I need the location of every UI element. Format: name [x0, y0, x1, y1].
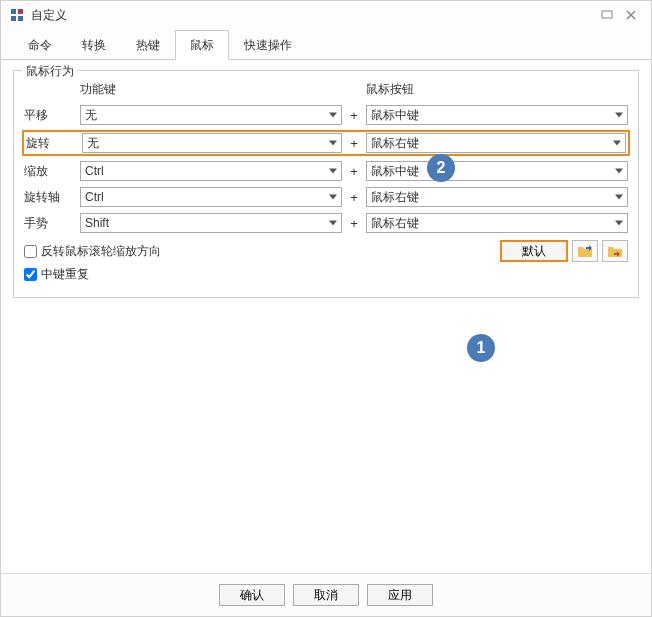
- save-button[interactable]: [602, 240, 628, 262]
- combo-gesture-funckey[interactable]: Shift: [80, 213, 342, 233]
- annotation-badge-2: 2: [427, 154, 455, 182]
- chevron-down-icon: [615, 113, 623, 118]
- dialog-buttons: 确认 取消 应用: [1, 573, 651, 616]
- column-headers: 功能键 鼠标按钮: [24, 79, 628, 100]
- open-button[interactable]: [572, 240, 598, 262]
- combo-zoom-mousebtn[interactable]: 鼠标中键: [366, 161, 628, 181]
- label-pan: 平移: [24, 107, 80, 124]
- row-rotateaxis: 旋转轴 Ctrl + 鼠标右键: [24, 186, 628, 208]
- tab-quickop[interactable]: 快速操作: [229, 30, 307, 60]
- plus-sign: +: [342, 190, 366, 205]
- customize-dialog: 自定义 命令 转换 热键 鼠标 快速操作 鼠标行为 功能键 鼠标按钮 平移 无: [0, 0, 652, 617]
- combo-pan-funckey[interactable]: 无: [80, 105, 342, 125]
- combo-pan-mousebtn[interactable]: 鼠标中键: [366, 105, 628, 125]
- folder-open-icon: [577, 244, 593, 258]
- tab-mouse[interactable]: 鼠标: [175, 30, 229, 60]
- chevron-down-icon: [329, 113, 337, 118]
- combo-zoom-funckey[interactable]: Ctrl: [80, 161, 342, 181]
- plus-sign: +: [342, 108, 366, 123]
- label-gesture: 手势: [24, 215, 80, 232]
- checkbox-middle-repeat[interactable]: 中键重复: [24, 266, 89, 283]
- titlebar: 自定义: [1, 1, 651, 29]
- plus-sign: +: [342, 164, 366, 179]
- chevron-down-icon: [615, 221, 623, 226]
- tab-transform[interactable]: 转换: [67, 30, 121, 60]
- combo-rotateaxis-mousebtn[interactable]: 鼠标右键: [366, 187, 628, 207]
- plus-sign: +: [342, 136, 366, 151]
- chevron-down-icon: [329, 221, 337, 226]
- row-gesture: 手势 Shift + 鼠标右键: [24, 212, 628, 234]
- label-rotate: 旋转: [26, 135, 82, 152]
- reverse-wheel-input[interactable]: [24, 245, 37, 258]
- middle-repeat-input[interactable]: [24, 268, 37, 281]
- header-mousebtn: 鼠标按钮: [366, 79, 628, 100]
- minimize-icon[interactable]: [595, 6, 619, 24]
- chevron-down-icon: [615, 195, 623, 200]
- row-zoom: 缩放 Ctrl + 鼠标中键: [24, 160, 628, 182]
- row-pan: 平移 无 + 鼠标中键: [24, 104, 628, 126]
- chevron-down-icon: [329, 169, 337, 174]
- options-row-1: 反转鼠标滚轮缩放方向 默认: [24, 240, 628, 262]
- app-icon: [9, 7, 25, 23]
- label-zoom: 缩放: [24, 163, 80, 180]
- checkbox-reverse-wheel[interactable]: 反转鼠标滚轮缩放方向: [24, 243, 161, 260]
- tab-bar: 命令 转换 热键 鼠标 快速操作: [1, 29, 651, 60]
- ok-button[interactable]: 确认: [219, 584, 285, 606]
- content-area: 鼠标行为 功能键 鼠标按钮 平移 无 + 鼠标中键 旋转 无 + 鼠标右键 缩放: [1, 60, 651, 573]
- fieldset-legend: 鼠标行为: [22, 63, 78, 80]
- default-button[interactable]: 默认: [500, 240, 568, 262]
- chevron-down-icon: [615, 169, 623, 174]
- tab-command[interactable]: 命令: [13, 30, 67, 60]
- combo-rotate-mousebtn[interactable]: 鼠标右键: [366, 133, 626, 153]
- combo-rotateaxis-funckey[interactable]: Ctrl: [80, 187, 342, 207]
- window-title: 自定义: [31, 7, 595, 24]
- tab-hotkey[interactable]: 热键: [121, 30, 175, 60]
- label-rotateaxis: 旋转轴: [24, 189, 80, 206]
- combo-rotate-funckey[interactable]: 无: [82, 133, 342, 153]
- folder-save-icon: [607, 244, 623, 258]
- chevron-down-icon: [613, 141, 621, 146]
- header-funckey: 功能键: [80, 79, 342, 100]
- close-icon[interactable]: [619, 6, 643, 24]
- svg-rect-0: [602, 11, 612, 18]
- chevron-down-icon: [329, 141, 337, 146]
- combo-gesture-mousebtn[interactable]: 鼠标右键: [366, 213, 628, 233]
- options-row-2: 中键重复: [24, 266, 628, 283]
- plus-sign: +: [342, 216, 366, 231]
- apply-button[interactable]: 应用: [367, 584, 433, 606]
- row-rotate: 旋转 无 + 鼠标右键: [22, 130, 630, 156]
- chevron-down-icon: [329, 195, 337, 200]
- annotation-badge-1: 1: [467, 334, 495, 362]
- cancel-button[interactable]: 取消: [293, 584, 359, 606]
- mouse-behavior-fieldset: 鼠标行为 功能键 鼠标按钮 平移 无 + 鼠标中键 旋转 无 + 鼠标右键 缩放: [13, 70, 639, 298]
